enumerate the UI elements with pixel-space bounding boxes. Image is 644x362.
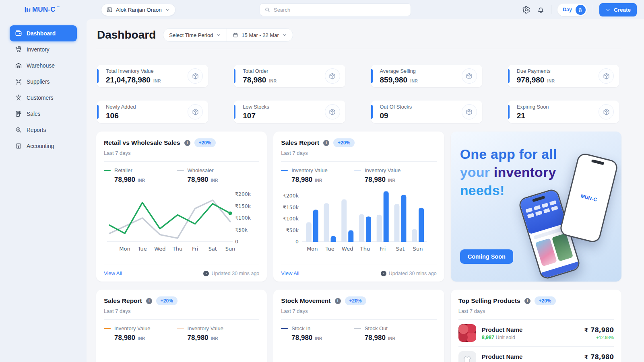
stat-card-total-inventory-value: Total Inventory Value 21,04,78,980INR xyxy=(97,65,208,87)
legend-unit: INR xyxy=(315,336,322,341)
legend-swatch xyxy=(104,328,111,329)
growth-badge: +20% xyxy=(535,296,556,305)
stat-unit: INR xyxy=(269,78,277,83)
card-subtitle: Last 7 days xyxy=(458,308,614,314)
card-title: Top Selling Products xyxy=(458,297,520,304)
stat-card-out-of-stocks: Out Of Stocks 09 xyxy=(371,101,482,123)
package-icon xyxy=(325,68,340,84)
stat-title: Total Inventory Value xyxy=(106,68,161,74)
package-icon xyxy=(188,68,203,84)
phone-logo-text: MUN-C xyxy=(580,193,598,203)
settings-gear-icon[interactable] xyxy=(522,6,530,14)
legend-unit: INR xyxy=(211,178,218,183)
svg-text:₹150k: ₹150k xyxy=(235,203,251,209)
legend-inventory-value-2: Inventory Value 78,980INR xyxy=(354,167,427,184)
day-night-toggle[interactable]: Day xyxy=(557,4,587,16)
stat-value: 859,980 xyxy=(380,76,408,84)
stat-value: 09 xyxy=(380,111,388,120)
legend: Stock In 78,980INR Stock Out 78,980INR xyxy=(281,325,436,342)
view-all-link[interactable]: View All xyxy=(104,270,122,276)
svg-text:Mon: Mon xyxy=(307,246,318,252)
clock-icon xyxy=(203,271,209,276)
package-icon xyxy=(599,68,614,84)
stat-unit: INR xyxy=(547,78,555,83)
stat-value: 107 xyxy=(243,111,256,120)
svg-text:Sun: Sun xyxy=(413,246,423,252)
sidebar-item-dashboard[interactable]: Dashboard xyxy=(10,25,77,41)
svg-text:Thu: Thu xyxy=(360,246,370,252)
create-button[interactable]: Create xyxy=(599,3,637,16)
sidebar-item-inventory[interactable]: Inventory xyxy=(10,41,77,58)
legend: Inventory Value 78,980INR Inventory Valu… xyxy=(281,167,436,184)
logo-trademark: ™ xyxy=(57,6,60,8)
sidebar-item-label: Customers xyxy=(27,95,54,101)
svg-text:$: $ xyxy=(18,145,19,148)
logo-text: MUN-C xyxy=(32,6,56,14)
svg-text:₹50k: ₹50k xyxy=(235,227,248,233)
sidebar-item-accounting[interactable]: $ Accounting xyxy=(10,138,77,154)
promo-banner: One app for all your inventory needs! MU… xyxy=(451,132,621,282)
product-row[interactable]: Product Name 8,987 Unit sold ₹ 78,980 +1… xyxy=(458,346,614,362)
view-all-link[interactable]: View All xyxy=(281,270,299,276)
date-range-picker[interactable]: 15 Mar - 22 Mar xyxy=(227,29,292,41)
sidebar-item-sales[interactable]: Sales xyxy=(10,106,77,122)
search-input[interactable] xyxy=(274,7,406,13)
legend-value: 78,980 xyxy=(188,334,208,342)
card-subtitle: Last 7 days xyxy=(104,308,259,314)
legend-unit: INR xyxy=(315,178,322,183)
search-icon xyxy=(264,7,270,13)
charts-row: Retail vs Wholesale Sales i +20% Last 7 … xyxy=(96,132,621,282)
units-sold-count: 8,987 xyxy=(482,335,494,340)
product-price: ₹ 78,980 xyxy=(584,354,614,361)
stat-title: Due Payments xyxy=(517,68,555,74)
top-selling-products-card: Top Selling Products i +20% Last 7 days … xyxy=(451,290,621,362)
info-icon[interactable]: i xyxy=(335,298,341,304)
card-title: Retail vs Wholesale Sales xyxy=(104,139,180,146)
promo-heading-your: your xyxy=(460,165,490,180)
notifications-bell-icon[interactable] xyxy=(537,6,545,14)
header-divider xyxy=(96,49,621,49)
sidebar-item-label: Suppliers xyxy=(27,79,50,85)
sidebar-item-customers[interactable]: Customers xyxy=(10,90,77,106)
suppliers-network-icon xyxy=(15,78,22,85)
sidebar-item-warehouse[interactable]: Warehouse xyxy=(10,58,77,74)
date-range-value: 15 Mar - 22 Mar xyxy=(242,32,279,38)
stat-cards-grid: Total Inventory Value 21,04,78,980INR To… xyxy=(97,65,619,123)
legend-unit: INR xyxy=(388,336,395,341)
svg-text:₹100k: ₹100k xyxy=(235,215,251,221)
legend-swatch xyxy=(354,328,361,329)
stat-card-average-selling: Average Selling 859,980INR xyxy=(371,65,482,87)
info-icon[interactable]: i xyxy=(524,298,530,304)
svg-text:₹100k: ₹100k xyxy=(283,216,299,222)
info-icon[interactable]: i xyxy=(184,140,190,146)
chevron-down-icon xyxy=(216,33,221,37)
phone-mockup-logo: MUN-C xyxy=(559,152,619,244)
time-period-select[interactable]: Select Time Period xyxy=(163,29,227,41)
legend-swatch xyxy=(354,170,361,171)
sidebar-item-suppliers[interactable]: Suppliers xyxy=(10,74,77,90)
package-icon xyxy=(188,104,203,119)
user-menu[interactable]: Alok Ranjan Oraon xyxy=(101,4,175,16)
stat-card-low-stocks: Low Stocks 107 xyxy=(234,101,345,123)
period-controls: Select Time Period 15 Mar - 22 Mar xyxy=(163,28,293,42)
sidebar-item-reports[interactable]: Reports xyxy=(10,122,77,138)
legend-label: Retailer xyxy=(114,167,132,173)
info-icon[interactable]: i xyxy=(146,298,152,304)
product-row[interactable]: Product Name 8,987 Unit sold ₹ 78,980 +1… xyxy=(458,320,614,346)
package-icon xyxy=(462,68,477,84)
dashboard-icon xyxy=(15,30,22,37)
svg-text:Sun: Sun xyxy=(225,246,235,252)
info-icon[interactable]: i xyxy=(323,140,329,146)
legend-unit: INR xyxy=(211,336,218,341)
legend-value: 78,980 xyxy=(291,334,312,342)
divider xyxy=(551,5,551,14)
promo-heading-inventory: inventory xyxy=(494,165,556,180)
legend-swatch xyxy=(281,170,288,171)
coming-soon-button[interactable]: Coming Soon xyxy=(460,249,513,264)
svg-text:0: 0 xyxy=(235,239,238,245)
stat-value: 106 xyxy=(106,111,119,120)
sidebar-item-label: Inventory xyxy=(27,47,50,53)
sales-report-card-2: Sales Report i +20% Last 7 days Inventor… xyxy=(96,290,267,362)
stat-title: Newly Added xyxy=(106,104,136,110)
sidebar-item-label: Accounting xyxy=(27,143,54,149)
